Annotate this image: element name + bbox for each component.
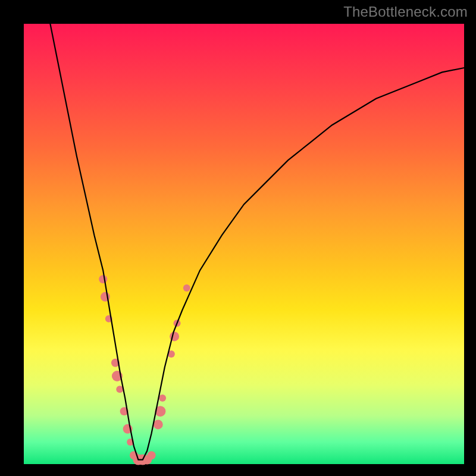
sample-marker	[154, 419, 163, 429]
bottleneck-curve-path	[50, 24, 464, 460]
sample-marker	[159, 394, 166, 402]
curve-svg	[24, 24, 464, 464]
sample-marker	[99, 275, 107, 283]
chart-frame: TheBottleneck.com	[0, 0, 476, 476]
watermark-text: TheBottleneck.com	[343, 4, 468, 20]
marker-layer	[99, 275, 190, 465]
sample-marker	[148, 451, 156, 459]
sample-marker	[183, 284, 190, 292]
plot-area	[24, 24, 464, 464]
